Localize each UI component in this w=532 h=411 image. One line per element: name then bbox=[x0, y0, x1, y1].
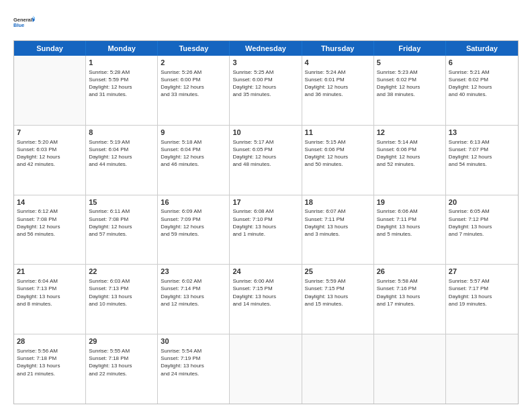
calendar-cell: 25Sunrise: 5:59 AM Sunset: 7:15 PM Dayli… bbox=[302, 265, 374, 334]
calendar-cell bbox=[374, 334, 446, 404]
calendar-cell: 4Sunrise: 5:24 AM Sunset: 6:01 PM Daylig… bbox=[302, 56, 374, 125]
weekday-header: Thursday bbox=[302, 41, 374, 56]
calendar-cell bbox=[446, 334, 518, 404]
calendar-row: 14Sunrise: 6:12 AM Sunset: 7:08 PM Dayli… bbox=[14, 195, 518, 265]
day-number: 20 bbox=[449, 197, 515, 208]
calendar-row: 28Sunrise: 5:56 AM Sunset: 7:18 PM Dayli… bbox=[14, 334, 518, 404]
day-info: Sunrise: 5:28 AM Sunset: 5:59 PM Dayligh… bbox=[89, 68, 154, 99]
calendar-container: SundayMondayTuesdayWednesdayThursdayFrid… bbox=[13, 40, 519, 404]
calendar-cell: 30Sunrise: 5:54 AM Sunset: 7:19 PM Dayli… bbox=[158, 334, 230, 404]
calendar-cell: 28Sunrise: 5:56 AM Sunset: 7:18 PM Dayli… bbox=[14, 334, 86, 404]
calendar-row: 7Sunrise: 5:20 AM Sunset: 6:03 PM Daylig… bbox=[14, 126, 518, 195]
day-info: Sunrise: 5:24 AM Sunset: 6:01 PM Dayligh… bbox=[305, 68, 371, 99]
calendar-cell: 11Sunrise: 5:15 AM Sunset: 6:06 PM Dayli… bbox=[302, 126, 374, 195]
day-info: Sunrise: 5:58 AM Sunset: 7:16 PM Dayligh… bbox=[377, 277, 443, 308]
calendar-cell: 6Sunrise: 5:21 AM Sunset: 6:02 PM Daylig… bbox=[446, 56, 518, 125]
day-number: 11 bbox=[305, 128, 371, 138]
day-number: 5 bbox=[377, 58, 443, 68]
day-info: Sunrise: 5:19 AM Sunset: 6:04 PM Dayligh… bbox=[89, 138, 154, 169]
day-info: Sunrise: 5:26 AM Sunset: 6:00 PM Dayligh… bbox=[161, 68, 226, 99]
day-number: 21 bbox=[17, 267, 83, 277]
day-info: Sunrise: 6:07 AM Sunset: 7:11 PM Dayligh… bbox=[305, 208, 371, 238]
day-number: 23 bbox=[161, 267, 226, 277]
logo-icon: General Blue bbox=[13, 12, 35, 34]
calendar-row: 21Sunrise: 6:04 AM Sunset: 7:13 PM Dayli… bbox=[14, 265, 518, 334]
calendar-cell: 13Sunrise: 6:13 AM Sunset: 7:07 PM Dayli… bbox=[446, 126, 518, 195]
day-number: 29 bbox=[89, 336, 154, 347]
day-number: 18 bbox=[305, 197, 371, 208]
day-info: Sunrise: 6:03 AM Sunset: 7:13 PM Dayligh… bbox=[89, 277, 154, 308]
calendar-body: 1Sunrise: 5:28 AM Sunset: 5:59 PM Daylig… bbox=[14, 56, 518, 404]
day-info: Sunrise: 6:08 AM Sunset: 7:10 PM Dayligh… bbox=[232, 208, 298, 238]
day-number: 7 bbox=[17, 128, 83, 138]
calendar-cell: 10Sunrise: 5:17 AM Sunset: 6:05 PM Dayli… bbox=[230, 126, 302, 195]
day-info: Sunrise: 6:09 AM Sunset: 7:09 PM Dayligh… bbox=[161, 208, 226, 238]
day-info: Sunrise: 5:23 AM Sunset: 6:02 PM Dayligh… bbox=[377, 68, 443, 99]
calendar-cell bbox=[230, 334, 302, 404]
day-number: 27 bbox=[449, 267, 515, 277]
calendar-cell: 18Sunrise: 6:07 AM Sunset: 7:11 PM Dayli… bbox=[302, 195, 374, 265]
calendar-header: SundayMondayTuesdayWednesdayThursdayFrid… bbox=[14, 41, 518, 56]
calendar-cell: 7Sunrise: 5:20 AM Sunset: 6:03 PM Daylig… bbox=[14, 126, 86, 195]
day-number: 3 bbox=[232, 58, 298, 68]
day-info: Sunrise: 6:06 AM Sunset: 7:11 PM Dayligh… bbox=[377, 208, 443, 238]
calendar-cell: 15Sunrise: 6:11 AM Sunset: 7:08 PM Dayli… bbox=[86, 195, 158, 265]
calendar-cell: 12Sunrise: 5:14 AM Sunset: 6:06 PM Dayli… bbox=[374, 126, 446, 195]
day-info: Sunrise: 5:14 AM Sunset: 6:06 PM Dayligh… bbox=[377, 138, 443, 169]
day-number: 16 bbox=[161, 197, 226, 208]
calendar-cell: 16Sunrise: 6:09 AM Sunset: 7:09 PM Dayli… bbox=[158, 195, 230, 265]
day-info: Sunrise: 5:55 AM Sunset: 7:18 PM Dayligh… bbox=[89, 347, 154, 377]
day-info: Sunrise: 6:05 AM Sunset: 7:12 PM Dayligh… bbox=[449, 208, 515, 238]
day-number: 9 bbox=[161, 128, 226, 138]
day-info: Sunrise: 5:17 AM Sunset: 6:05 PM Dayligh… bbox=[232, 138, 298, 169]
day-number: 10 bbox=[232, 128, 298, 138]
calendar-row: 1Sunrise: 5:28 AM Sunset: 5:59 PM Daylig… bbox=[14, 56, 518, 126]
calendar-cell: 23Sunrise: 6:02 AM Sunset: 7:14 PM Dayli… bbox=[158, 265, 230, 334]
day-number: 8 bbox=[89, 128, 154, 138]
calendar-cell: 2Sunrise: 5:26 AM Sunset: 6:00 PM Daylig… bbox=[158, 56, 230, 125]
day-number: 15 bbox=[89, 197, 154, 208]
calendar-cell: 20Sunrise: 6:05 AM Sunset: 7:12 PM Dayli… bbox=[446, 195, 518, 265]
day-number: 26 bbox=[377, 267, 443, 277]
day-info: Sunrise: 5:59 AM Sunset: 7:15 PM Dayligh… bbox=[305, 277, 371, 308]
day-number: 14 bbox=[17, 197, 83, 208]
day-info: Sunrise: 6:12 AM Sunset: 7:08 PM Dayligh… bbox=[17, 208, 83, 238]
day-number: 6 bbox=[449, 58, 515, 68]
day-number: 19 bbox=[377, 197, 443, 208]
day-info: Sunrise: 5:15 AM Sunset: 6:06 PM Dayligh… bbox=[305, 138, 371, 169]
day-number: 28 bbox=[17, 336, 83, 347]
day-info: Sunrise: 5:54 AM Sunset: 7:19 PM Dayligh… bbox=[161, 347, 226, 377]
day-info: Sunrise: 6:13 AM Sunset: 7:07 PM Dayligh… bbox=[449, 138, 515, 169]
page: General Blue SundayMondayTuesdayWednesda… bbox=[0, 0, 532, 411]
day-number: 13 bbox=[449, 128, 515, 138]
day-number: 12 bbox=[377, 128, 443, 138]
calendar: SundayMondayTuesdayWednesdayThursdayFrid… bbox=[14, 41, 518, 404]
day-info: Sunrise: 5:18 AM Sunset: 6:04 PM Dayligh… bbox=[161, 138, 226, 169]
day-number: 25 bbox=[305, 267, 371, 277]
weekday-header: Friday bbox=[374, 41, 446, 56]
svg-text:Blue: Blue bbox=[13, 22, 24, 28]
calendar-cell: 8Sunrise: 5:19 AM Sunset: 6:04 PM Daylig… bbox=[86, 126, 158, 195]
day-number: 1 bbox=[89, 58, 154, 68]
day-info: Sunrise: 6:02 AM Sunset: 7:14 PM Dayligh… bbox=[161, 277, 226, 308]
weekday-header: Monday bbox=[86, 41, 158, 56]
day-info: Sunrise: 6:04 AM Sunset: 7:13 PM Dayligh… bbox=[17, 277, 83, 308]
svg-text:General: General bbox=[13, 17, 32, 23]
day-number: 30 bbox=[161, 336, 226, 347]
day-info: Sunrise: 6:00 AM Sunset: 7:15 PM Dayligh… bbox=[232, 277, 298, 308]
calendar-cell bbox=[302, 334, 374, 404]
day-info: Sunrise: 5:25 AM Sunset: 6:00 PM Dayligh… bbox=[232, 68, 298, 99]
calendar-cell bbox=[14, 56, 86, 125]
day-number: 24 bbox=[232, 267, 298, 277]
calendar-cell: 21Sunrise: 6:04 AM Sunset: 7:13 PM Dayli… bbox=[14, 265, 86, 334]
day-info: Sunrise: 5:21 AM Sunset: 6:02 PM Dayligh… bbox=[449, 68, 515, 99]
calendar-cell: 24Sunrise: 6:00 AM Sunset: 7:15 PM Dayli… bbox=[230, 265, 302, 334]
calendar-cell: 26Sunrise: 5:58 AM Sunset: 7:16 PM Dayli… bbox=[374, 265, 446, 334]
calendar-cell: 22Sunrise: 6:03 AM Sunset: 7:13 PM Dayli… bbox=[86, 265, 158, 334]
day-number: 4 bbox=[305, 58, 371, 68]
day-info: Sunrise: 6:11 AM Sunset: 7:08 PM Dayligh… bbox=[89, 208, 154, 238]
calendar-cell: 1Sunrise: 5:28 AM Sunset: 5:59 PM Daylig… bbox=[86, 56, 158, 125]
weekday-header: Wednesday bbox=[230, 41, 302, 56]
day-info: Sunrise: 5:56 AM Sunset: 7:18 PM Dayligh… bbox=[17, 347, 83, 377]
day-info: Sunrise: 5:57 AM Sunset: 7:17 PM Dayligh… bbox=[449, 277, 515, 308]
